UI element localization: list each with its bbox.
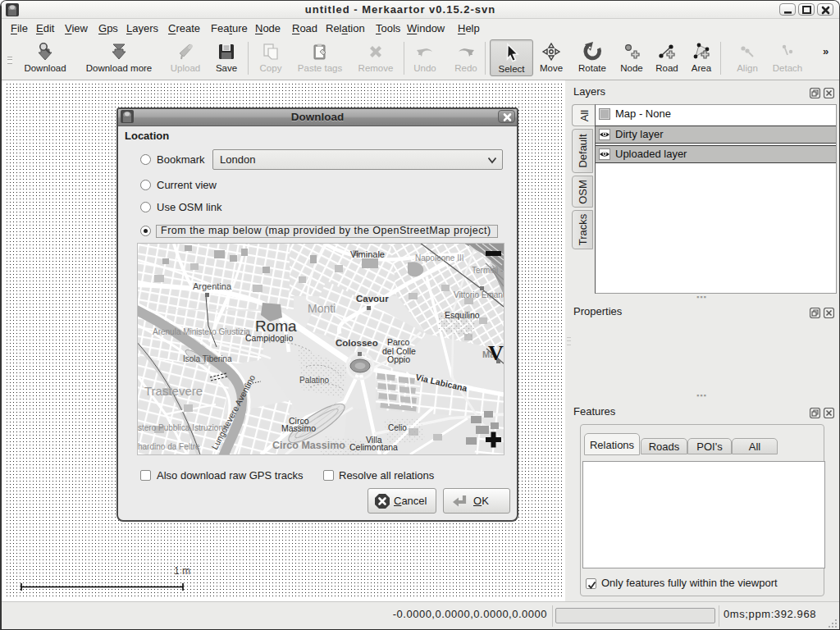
svg-text:Colosseo: Colosseo bbox=[336, 338, 378, 348]
svg-text:Cavour: Cavour bbox=[356, 294, 389, 304]
svg-text:V: V bbox=[488, 341, 504, 365]
svg-text:Viminale: Viminale bbox=[350, 249, 385, 259]
svg-text:Esquilino: Esquilino bbox=[445, 310, 480, 320]
svg-text:Massimo: Massimo bbox=[281, 423, 316, 433]
svg-text:Argentina: Argentina bbox=[193, 281, 232, 291]
svg-text:Vittorio Emanuele: Vittorio Emanuele bbox=[454, 290, 504, 299]
svg-text:stero Pubblica Istruzione: stero Pubblica Istruzione bbox=[138, 423, 228, 432]
svg-text:Palatino: Palatino bbox=[299, 376, 330, 385]
svg-text:Campidoglio: Campidoglio bbox=[245, 333, 294, 343]
svg-text:Celio: Celio bbox=[388, 423, 407, 432]
svg-text:Circo Massimo: Circo Massimo bbox=[272, 440, 345, 451]
svg-text:Oppio: Oppio bbox=[387, 354, 410, 364]
svg-text:Isola Tiberina: Isola Tiberina bbox=[183, 354, 232, 363]
svg-text:Roma: Roma bbox=[255, 317, 297, 335]
svg-text:Napoleone III: Napoleone III bbox=[415, 253, 464, 262]
svg-text:Celimontana: Celimontana bbox=[349, 442, 398, 452]
svg-text:Trastevere: Trastevere bbox=[144, 384, 203, 398]
svg-text:Termini - La: Termini - La bbox=[472, 266, 504, 275]
svg-text:hardino da Feltre: hardino da Feltre bbox=[138, 442, 200, 451]
svg-text:Arenula Ministero Giustizia: Arenula Ministero Giustizia bbox=[153, 327, 250, 336]
svg-text:Monti: Monti bbox=[308, 302, 336, 315]
